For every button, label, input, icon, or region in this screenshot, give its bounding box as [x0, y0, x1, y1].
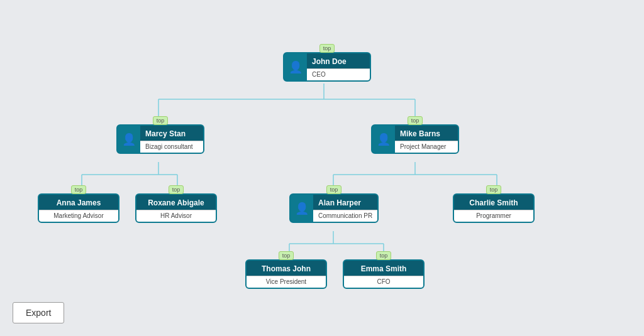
node-alan[interactable]: top 👤 Alan Harper Communication PR — [289, 185, 379, 223]
mike-role: Project Manager — [395, 141, 458, 153]
export-button[interactable]: Export — [13, 302, 64, 323]
badge-mike: top — [408, 116, 423, 125]
marcy-role: Bizagi consultant — [140, 141, 203, 153]
badge-roxane: top — [169, 185, 184, 194]
node-mike[interactable]: top 👤 Mike Barns Project Manager — [371, 116, 459, 154]
mike-name: Mike Barns — [395, 126, 458, 141]
john-name: John Doe — [307, 53, 370, 68]
badge-thomas: top — [279, 251, 294, 260]
node-emma[interactable]: top Emma Smith CFO — [343, 251, 425, 289]
emma-role: CFO — [344, 276, 423, 288]
badge-anna: top — [71, 185, 87, 194]
node-anna[interactable]: top Anna James Marketing Advisor — [38, 185, 119, 223]
anna-name: Anna James — [39, 195, 118, 210]
node-john[interactable]: top 👤 John Doe CEO — [283, 44, 371, 82]
john-icon-col: 👤 — [284, 53, 307, 80]
thomas-role: Vice President — [247, 276, 326, 288]
charlie-name: Charlie Smith — [454, 195, 533, 210]
badge-emma: top — [376, 251, 392, 260]
anna-role: Marketing Advisor — [39, 210, 118, 222]
badge-charlie: top — [486, 185, 502, 194]
marcy-icon-col: 👤 — [118, 126, 140, 153]
person-icon: 👤 — [377, 133, 391, 146]
badge-marcy: top — [153, 116, 169, 125]
emma-name: Emma Smith — [344, 261, 423, 276]
alan-name: Alan Harper — [313, 195, 377, 210]
thomas-name: Thomas John — [247, 261, 326, 276]
marcy-name: Marcy Stan — [140, 126, 203, 141]
node-marcy[interactable]: top 👤 Marcy Stan Bizagi consultant — [116, 116, 204, 154]
alan-role: Communication PR — [313, 210, 377, 222]
org-chart: top 👤 John Doe CEO top 👤 Marcy Stan Biza… — [0, 0, 644, 336]
badge-alan: top — [326, 185, 342, 194]
node-charlie[interactable]: top Charlie Smith Programmer — [453, 185, 535, 223]
node-thomas[interactable]: top Thomas John Vice President — [245, 251, 327, 289]
person-icon: 👤 — [289, 60, 303, 74]
alan-icon-col: 👤 — [291, 195, 313, 222]
person-icon: 👤 — [122, 133, 136, 146]
charlie-role: Programmer — [454, 210, 533, 222]
node-roxane[interactable]: top Roxane Abigale HR Advisor — [135, 185, 217, 223]
roxane-name: Roxane Abigale — [136, 195, 216, 210]
john-role: CEO — [307, 68, 370, 80]
mike-icon-col: 👤 — [372, 126, 395, 153]
badge-john: top — [319, 44, 335, 53]
roxane-role: HR Advisor — [136, 210, 216, 222]
person-icon: 👤 — [295, 202, 309, 215]
